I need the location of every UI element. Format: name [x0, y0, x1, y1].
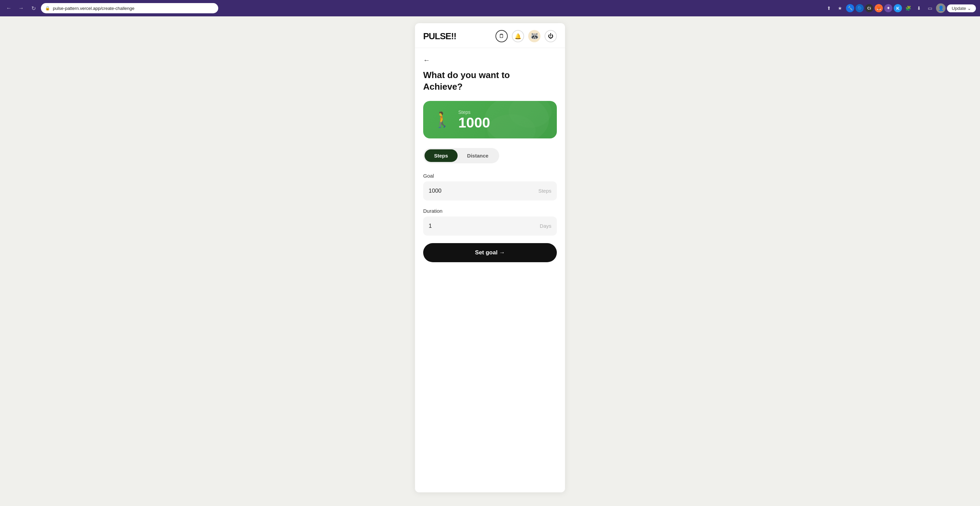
app-panel: PULSE!! 🗒 🔔 🦝 ⏻ ← What do you want toAch…: [415, 23, 565, 492]
goal-card: 🚶 Steps 1000: [423, 101, 557, 138]
power-icon: ⏻: [548, 33, 554, 39]
power-icon-btn[interactable]: ⏻: [544, 30, 557, 42]
nav-back[interactable]: ←: [4, 3, 14, 13]
share-icon[interactable]: ⬆: [824, 3, 834, 13]
duration-input[interactable]: [429, 223, 540, 229]
address-bar: 🔒 pulse-pattern.vercel.app/create-challe…: [41, 3, 218, 13]
ext-purple[interactable]: ✦: [884, 4, 892, 12]
walking-icon: 🚶: [433, 111, 452, 129]
distance-toggle[interactable]: Distance: [458, 150, 498, 162]
extensions-icon[interactable]: 🧩: [903, 3, 913, 13]
nav-reload[interactable]: ↻: [29, 3, 38, 13]
update-label: Update: [952, 6, 966, 11]
star-icon[interactable]: ★: [835, 3, 845, 13]
lock-icon: 🔒: [45, 6, 50, 11]
browser-actions: ⬆ ★ 🔧 🔵 Ci 🦊 ✦ K 🧩 ⬇ ▭ 👤 Update ⌄: [824, 3, 976, 13]
app-content: ← What do you want toAchieve? 🚶 Steps 10…: [415, 48, 565, 271]
app-logo: PULSE!!: [423, 31, 495, 41]
browser-chrome: ← → ↻ 🔒 pulse-pattern.vercel.app/create-…: [0, 0, 980, 16]
duration-label: Duration: [423, 208, 557, 214]
goal-card-value: 1000: [458, 116, 490, 130]
page-title: What do you want toAchieve?: [423, 70, 557, 93]
back-button[interactable]: ←: [423, 56, 430, 64]
notes-icon: 🗒: [499, 33, 504, 39]
set-goal-button[interactable]: Set goal →: [423, 243, 557, 262]
goal-card-label: Steps: [458, 110, 490, 115]
header-icons: 🗒 🔔 🦝 ⏻: [495, 30, 557, 42]
user-avatar[interactable]: 🦝: [528, 30, 541, 42]
bell-icon-btn[interactable]: 🔔: [512, 30, 524, 42]
url-display: pulse-pattern.vercel.app/create-challeng…: [53, 6, 214, 11]
steps-toggle[interactable]: Steps: [425, 150, 458, 162]
notes-icon-btn[interactable]: 🗒: [495, 30, 508, 42]
nav-forward[interactable]: →: [16, 3, 26, 13]
update-button[interactable]: Update ⌄: [947, 5, 976, 12]
download-icon[interactable]: ⬇: [914, 3, 924, 13]
duration-input-wrap: Days: [423, 216, 557, 235]
ext-k[interactable]: K: [894, 4, 902, 12]
bell-icon: 🔔: [515, 33, 521, 40]
goal-card-info: Steps 1000: [458, 110, 490, 130]
duration-unit: Days: [540, 223, 551, 229]
goal-unit: Steps: [538, 188, 551, 194]
goal-field-group: Goal Steps: [423, 173, 557, 200]
ext-ci[interactable]: Ci: [865, 4, 873, 12]
toggle-group: Steps Distance: [423, 148, 499, 163]
sidebar-icon[interactable]: ▭: [925, 3, 935, 13]
goal-input-wrap: Steps: [423, 181, 557, 200]
goal-input[interactable]: [429, 188, 538, 194]
app-container: PULSE!! 🗒 🔔 🦝 ⏻ ← What do you want toAch…: [0, 16, 980, 506]
ext-metamask[interactable]: 🔧: [846, 4, 854, 12]
app-header: PULSE!! 🗒 🔔 🦝 ⏻: [415, 23, 565, 48]
ext-blue[interactable]: 🔵: [856, 4, 864, 12]
goal-label: Goal: [423, 173, 557, 179]
duration-field-group: Duration Days: [423, 208, 557, 235]
update-chevron: ⌄: [967, 6, 971, 11]
profile-avatar[interactable]: 👤: [936, 3, 945, 13]
ext-fox[interactable]: 🦊: [875, 4, 883, 12]
